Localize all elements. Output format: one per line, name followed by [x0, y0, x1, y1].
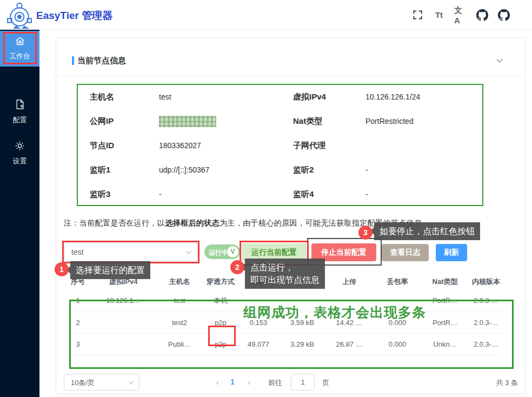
cell: PortR… — [421, 312, 469, 333]
table-row[interactable]: 3 Publi… p2p 49.077 3.29 kB 26.87 … 0.00… — [64, 333, 503, 355]
tooltip-line: 即可出现节点信息 — [250, 275, 320, 284]
cell: 1 — [64, 290, 92, 312]
sidebar-item-label: 设置 — [0, 156, 39, 166]
info-row: 公网IP Nat类型 PortRestricted — [78, 109, 482, 134]
step-tooltip-3: 如要停止，点击红色按钮 — [374, 222, 480, 240]
current-page[interactable]: 1 — [230, 378, 235, 386]
cell: 2.0.3-… — [469, 333, 503, 355]
next-page-button[interactable]: › — [248, 378, 250, 387]
app-window: EasyTier 管理器 Tt 文A — [0, 0, 532, 397]
cell: Publi… — [155, 333, 204, 355]
gear-icon — [15, 141, 25, 151]
page-size-value: 10条/页 — [71, 378, 95, 388]
top-header: EasyTier 管理器 Tt 文A — [0, 0, 532, 30]
cell: 10.126.1… — [92, 290, 155, 312]
switch-knob: V — [227, 246, 238, 257]
info-label: 节点ID — [90, 141, 114, 151]
step-badge-2: 2 — [230, 260, 244, 274]
node-info-panel-header[interactable]: 当前节点信息 — [56, 37, 526, 77]
panel-title: 当前节点信息 — [77, 56, 126, 66]
info-label: 监听3 — [90, 189, 110, 200]
refresh-button[interactable]: 刷新 — [436, 244, 467, 261]
goto-label: 前往 — [268, 378, 282, 388]
translate-icon[interactable]: 文A — [454, 9, 467, 22]
info-value-listener1: udp://[::]:50367 — [159, 166, 209, 174]
cell: 2 — [64, 312, 92, 333]
info-label: 监听1 — [90, 165, 110, 175]
font-size-icon[interactable]: Tt — [433, 9, 445, 22]
cell: test2 — [155, 312, 204, 333]
node-info-box: 主机名 test 虚拟IPv4 10.126.126.1/24 公网IP Nat… — [77, 84, 483, 206]
goto-page-input[interactable] — [291, 374, 315, 391]
info-row: 监听1 udp://[::]:50367 监听2 - — [78, 158, 482, 182]
cell — [92, 333, 155, 355]
chevron-down-icon — [185, 249, 192, 259]
step-badge-1: 1 — [55, 262, 69, 276]
masked-ip-block — [159, 116, 216, 127]
config-select[interactable]: test — [64, 243, 197, 261]
sidebar-item-label: 配置 — [0, 115, 39, 125]
note-bold-text: 选择框后的状态 — [165, 219, 220, 227]
chevron-down-icon — [128, 379, 135, 388]
info-value-hostname: test — [159, 92, 171, 101]
info-value-virtual-ipv4: 10.126.126.1/24 — [365, 92, 420, 101]
col-header-hostname[interactable]: 主机名 — [155, 273, 204, 290]
cell: test — [155, 290, 204, 312]
cell: 2.0.3-… — [469, 290, 503, 312]
info-value-node-id: 1803362027 — [159, 141, 201, 150]
sidebar-item-label: 工作台 — [0, 51, 39, 61]
app-title: EasyTier 管理器 — [36, 9, 112, 23]
sidebar-nav: 工作台 配置 设置 — [0, 30, 39, 397]
cell — [92, 312, 155, 333]
config-file-icon — [15, 99, 25, 110]
info-value-listener3: - — [159, 190, 162, 199]
cell: 0.000 — [374, 333, 421, 355]
github-icon[interactable] — [476, 9, 489, 22]
cell: p2p — [204, 312, 237, 333]
col-header-kernel-version[interactable]: 内核版本 — [469, 273, 503, 290]
step-tooltip-2: 点击运行， 即可出现节点信息 — [245, 259, 325, 289]
step-badge-3: 3 — [358, 226, 373, 240]
prev-page-button[interactable]: ‹ — [216, 378, 219, 387]
pagination-bar: 10条/页 ‹ 1 › 前往 页 共 3 条 — [64, 374, 518, 391]
chevron-down-icon[interactable] — [495, 56, 504, 67]
page-unit-label: 页 — [322, 378, 329, 388]
header-toolbar: Tt 文A — [411, 0, 510, 30]
running-status-switch[interactable]: 运行中 V — [204, 244, 240, 259]
cell: 26.87 … — [324, 333, 374, 355]
col-header-nat-type[interactable]: Nat类型 — [421, 273, 469, 290]
fullscreen-icon[interactable] — [411, 9, 424, 22]
total-count: 共 3 条 — [496, 378, 518, 388]
col-header-upload[interactable]: 上传 — [324, 273, 374, 290]
info-label: Nat类型 — [293, 116, 322, 127]
info-label: 子网代理 — [293, 141, 325, 151]
info-row: 主机名 test 虚拟IPv4 10.126.126.1/24 — [78, 85, 482, 109]
switch-label: 运行中 — [209, 248, 228, 257]
title-accent-bar — [72, 56, 74, 65]
cell: PortR… — [421, 290, 469, 312]
info-label: 虚拟IPv4 — [293, 92, 326, 102]
info-row: 监听3 - 监听4 - — [78, 182, 482, 207]
col-header-loss-rate[interactable]: 丢包率 — [374, 273, 421, 290]
view-logs-button[interactable]: 查看日志 — [382, 244, 429, 261]
info-value-public-ip — [159, 117, 216, 129]
cell: 49.077 — [237, 333, 280, 355]
info-label: 公网IP — [90, 116, 114, 127]
info-value-listener2: - — [365, 166, 368, 174]
info-value-nat-type: PortRestricted — [365, 117, 414, 125]
cell: Unkn… — [421, 333, 469, 355]
info-label: 主机名 — [90, 92, 114, 102]
sidebar-item-settings[interactable]: 设置 — [0, 141, 39, 166]
cell: 本机 — [204, 290, 237, 312]
note-text: 注：当前配置是否在运行，以 — [64, 219, 165, 227]
annotation-table-note: 组网成功，表格才会出现多条 — [243, 303, 426, 321]
github-icon-2[interactable] — [497, 9, 510, 22]
col-header-route-mode[interactable]: 穿透方式 — [204, 273, 237, 290]
page-size-select[interactable]: 10条/页 — [64, 374, 139, 391]
info-value-listener4: - — [365, 190, 368, 199]
cell: 2.0.3-… — [469, 312, 503, 333]
info-label: 监听4 — [293, 189, 314, 200]
sidebar-item-config[interactable]: 配置 — [0, 99, 39, 125]
step-tooltip-1: 选择要运行的配置 — [70, 261, 150, 279]
sidebar-item-workbench[interactable]: 工作台 — [0, 31, 39, 67]
